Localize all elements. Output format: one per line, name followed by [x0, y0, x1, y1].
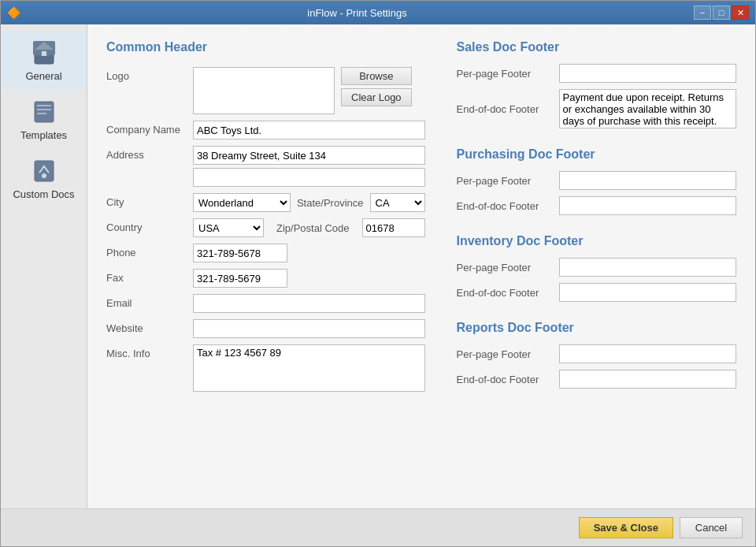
zip-label: Zip/Postal Code: [270, 222, 350, 234]
sales-footer-section: Sales Doc Footer Per-page Footer End-of-…: [457, 40, 737, 128]
website-label: Website: [106, 319, 193, 334]
save-close-button[interactable]: Save & Close: [579, 517, 673, 538]
cancel-button[interactable]: Cancel: [680, 517, 743, 538]
bottom-bar: Save & Close Cancel: [1, 508, 755, 546]
maximize-button[interactable]: □: [713, 6, 730, 20]
fax-input[interactable]: [193, 269, 287, 288]
city-input[interactable]: Wonderland: [193, 193, 291, 212]
sidebar-customdocs-label: Custom Docs: [13, 188, 74, 200]
address-line1-input[interactable]: [193, 146, 425, 165]
phone-input[interactable]: [193, 244, 287, 262]
purchasing-per-page-input[interactable]: [559, 171, 737, 190]
country-label: Country: [106, 218, 193, 233]
purchasing-footer-title: Purchasing Doc Footer: [457, 147, 737, 162]
state-label: State/Province: [297, 197, 364, 209]
close-button[interactable]: ✕: [732, 6, 749, 20]
reports-per-page-row: Per-page Footer: [457, 344, 737, 363]
state-select[interactable]: CA NY TX: [370, 193, 425, 212]
company-name-input[interactable]: [193, 121, 425, 140]
app-icon: 🔶: [7, 6, 20, 19]
reports-end-of-doc-input[interactable]: [559, 370, 737, 389]
svg-rect-12: [35, 161, 54, 181]
svg-rect-7: [42, 51, 46, 56]
general-icon: [30, 39, 58, 67]
inventory-per-page-label: Per-page Footer: [457, 262, 559, 274]
inventory-footer-title: Inventory Doc Footer: [457, 234, 737, 248]
logo-label: Logo: [106, 67, 193, 82]
logo-row: Logo Browse Clear Logo: [106, 67, 425, 114]
svg-point-13: [42, 173, 46, 178]
reports-per-page-label: Per-page Footer: [457, 348, 559, 360]
address-row: Address: [106, 146, 425, 187]
sidebar-general-label: General: [25, 70, 61, 82]
misc-input[interactable]: Tax # 123 4567 89: [193, 344, 425, 392]
logo-buttons: Browse Clear Logo: [341, 67, 412, 106]
email-control: [193, 294, 425, 313]
zip-input[interactable]: [362, 218, 425, 237]
website-input[interactable]: [193, 319, 425, 338]
purchasing-footer-section: Purchasing Doc Footer Per-page Footer En…: [457, 147, 737, 215]
sidebar: General Templates: [1, 24, 87, 508]
sales-per-page-row: Per-page Footer: [457, 64, 737, 83]
email-row: Email: [106, 294, 425, 313]
svg-rect-9: [37, 105, 51, 106]
sales-end-of-doc-label: End-of-doc Footer: [457, 103, 559, 115]
phone-label: Phone: [106, 244, 193, 259]
inventory-end-of-doc-row: End-of-doc Footer: [457, 283, 737, 302]
sales-end-of-doc-input[interactable]: Payment due upon receipt. Returns or exc…: [559, 89, 737, 128]
purchasing-end-of-doc-label: End-of-doc Footer: [457, 200, 559, 212]
sales-per-page-label: Per-page Footer: [457, 68, 559, 80]
fax-control: [193, 269, 425, 288]
main-content: General Templates: [1, 24, 755, 508]
window-title: inFlow - Print Settings: [20, 7, 694, 19]
sales-end-of-doc-row: End-of-doc Footer Payment due upon recei…: [457, 89, 737, 128]
title-bar: 🔶 inFlow - Print Settings − □ ✕: [1, 1, 755, 24]
phone-row: Phone: [106, 244, 425, 262]
phone-control: [193, 244, 425, 262]
inventory-footer-section: Inventory Doc Footer Per-page Footer End…: [457, 234, 737, 302]
sidebar-item-general[interactable]: General: [1, 31, 87, 90]
purchasing-per-page-label: Per-page Footer: [457, 175, 559, 187]
browse-button[interactable]: Browse: [341, 67, 412, 85]
country-zip-row: Country USA Canada Zip/Postal Code: [106, 218, 425, 237]
misc-label: Misc. Info: [106, 344, 193, 359]
misc-control: Tax # 123 4567 89: [193, 344, 425, 394]
purchasing-per-page-row: Per-page Footer: [457, 171, 737, 190]
misc-row: Misc. Info Tax # 123 4567 89: [106, 344, 425, 394]
company-name-control: [193, 121, 425, 140]
email-input[interactable]: [193, 294, 425, 313]
reports-footer-section: Reports Doc Footer Per-page Footer End-o…: [457, 321, 737, 389]
address-control: [193, 146, 425, 187]
window-controls: − □ ✕: [694, 6, 749, 20]
inventory-per-page-row: Per-page Footer: [457, 258, 737, 277]
sales-footer-title: Sales Doc Footer: [457, 40, 737, 54]
fax-row: Fax: [106, 269, 425, 288]
inventory-end-of-doc-input[interactable]: [559, 283, 737, 302]
reports-per-page-input[interactable]: [559, 344, 737, 363]
purchasing-end-of-doc-input[interactable]: [559, 196, 737, 215]
logo-preview: [193, 67, 335, 114]
sales-per-page-input[interactable]: [559, 64, 737, 83]
inventory-end-of-doc-label: End-of-doc Footer: [457, 287, 559, 299]
reports-end-of-doc-row: End-of-doc Footer: [457, 370, 737, 389]
svg-rect-8: [35, 102, 54, 122]
reports-footer-title: Reports Doc Footer: [457, 321, 737, 335]
sidebar-item-templates[interactable]: Templates: [1, 90, 87, 149]
city-label: City: [106, 193, 193, 208]
sidebar-templates-label: Templates: [20, 129, 67, 141]
company-name-row: Company Name: [106, 121, 425, 140]
left-panel: Common Header Logo Browse Clear Logo: [106, 40, 425, 407]
country-zip-control: USA Canada Zip/Postal Code: [193, 218, 425, 237]
inventory-per-page-input[interactable]: [559, 258, 737, 277]
clear-logo-button[interactable]: Clear Logo: [341, 88, 412, 106]
address-line2-input[interactable]: [193, 168, 425, 187]
svg-rect-11: [37, 113, 46, 114]
country-select[interactable]: USA Canada: [193, 218, 264, 237]
website-control: [193, 319, 425, 338]
fax-label: Fax: [106, 269, 193, 284]
minimize-button[interactable]: −: [694, 6, 711, 20]
svg-rect-10: [37, 109, 51, 110]
company-name-label: Company Name: [106, 121, 193, 136]
purchasing-end-of-doc-row: End-of-doc Footer: [457, 196, 737, 215]
sidebar-item-customdocs[interactable]: Custom Docs: [1, 149, 87, 208]
